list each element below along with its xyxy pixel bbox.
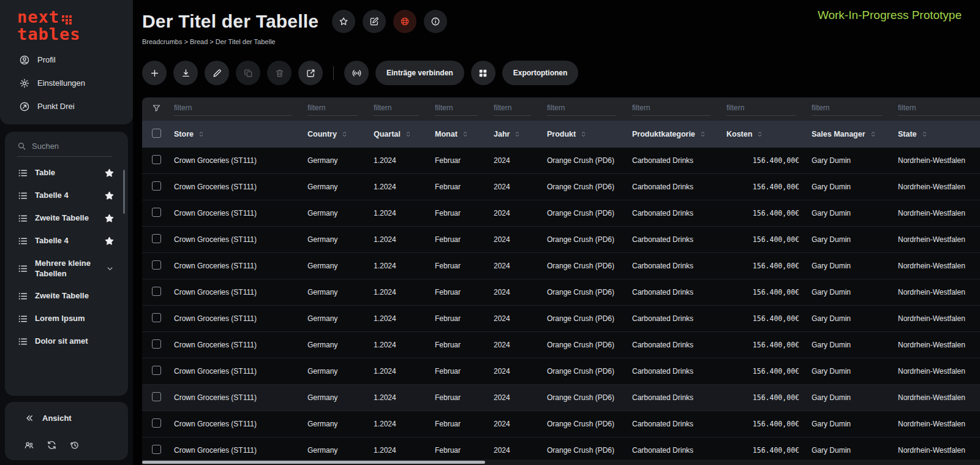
horizontal-scrollbar-thumb[interactable] [142,461,485,464]
filter-input-kosten[interactable] [726,102,796,116]
row-checkbox[interactable] [152,339,161,349]
cell-country: Germany [303,183,369,191]
sidebar-table-item[interactable]: Tabelle 4 [12,230,121,252]
app-root: next tables ProfilEinstellungenPunkt Dre… [0,0,980,465]
cell-monat: Februar [430,367,489,376]
table-row[interactable]: Crown Groceries (ST111)Germany1.2024Febr… [142,200,980,227]
filter-input-produktkategorie[interactable] [632,102,710,116]
grid-button[interactable] [471,61,496,85]
row-checkbox[interactable] [152,418,161,428]
collapse-label: Ansicht [42,414,72,423]
column-header-monat[interactable]: Monat [430,130,489,138]
cell-country: Germany [303,420,369,428]
sidebar-item-profil[interactable]: Profil [0,48,133,72]
edit-square-button[interactable] [363,10,386,33]
column-header-store[interactable]: Store [169,130,303,138]
cell-sales_manager: Gary Dumin [807,367,893,376]
row-checkbox[interactable] [152,155,161,164]
cell-state: Nordrhein-Westfalen [893,183,980,191]
table-header-row: StoreCountryQuartalMonatJahrProduktProdu… [142,121,980,148]
table-row[interactable]: Crown Groceries (ST111)Germany1.2024Febr… [142,174,980,200]
cell-quartal: 1.2024 [369,393,430,402]
row-checkbox[interactable] [152,208,161,217]
sidebar-table-item[interactable]: Dolor sit amet [12,330,121,353]
sidebar-scrollbar-thumb[interactable] [123,170,125,214]
edit-square-icon [369,17,379,26]
merge-entries-button[interactable]: Einträge verbinden [375,61,464,85]
filter-input-sales_manager[interactable] [812,102,882,116]
row-checkbox-cell [142,155,169,166]
star-button[interactable] [332,10,355,33]
row-checkbox[interactable] [152,260,161,270]
column-header-sales_manager[interactable]: Sales Manager [807,130,893,138]
cell-store: Crown Groceries (ST111) [169,393,303,402]
trash-button[interactable] [267,61,292,85]
external-link-button[interactable] [298,61,323,85]
download-button[interactable] [173,61,198,85]
collapse-sidebar-button[interactable]: Ansicht [24,413,119,423]
globe-button[interactable] [393,10,417,33]
copy-button[interactable] [236,61,260,85]
sidebar-top-section: next tables ProfilEinstellungenPunkt Dre… [0,0,133,124]
sidebar-table-item[interactable]: Zweite Tabelle [12,285,121,308]
plus-button[interactable] [142,61,167,85]
filter-input-quartal[interactable] [374,102,419,116]
table-row[interactable]: Crown Groceries (ST111)Germany1.2024Febr… [142,306,980,332]
column-header-country[interactable]: Country [303,130,369,138]
table-row[interactable]: Crown Groceries (ST111)Germany1.2024Febr… [142,411,980,437]
row-checkbox[interactable] [152,234,161,243]
column-header-produktkategorie[interactable]: Produktkategorie [627,130,722,138]
cell-kosten: 156.400,00€ [722,209,807,217]
cell-quartal: 1.2024 [369,420,430,428]
table-row[interactable]: Crown Groceries (ST111)Germany1.2024Febr… [142,148,980,174]
cell-country: Germany [303,156,369,165]
sidebar-tables-list: TableTabelle 4Zweite TabelleTabelle 4Meh… [12,162,121,353]
row-checkbox[interactable] [152,392,161,401]
table-row[interactable]: Crown Groceries (ST111)Germany1.2024Febr… [142,358,980,385]
filter-input-monat[interactable] [435,102,478,116]
broadcast-button[interactable] [344,61,369,85]
cell-produktkategorie: Carbonated Drinks [627,262,722,270]
select-all-checkbox[interactable] [152,129,161,138]
sidebar-item-punkt-drei[interactable]: Punkt Drei [0,95,133,118]
table-row[interactable]: Crown Groceries (ST111)Germany1.2024Febr… [142,253,980,279]
column-header-label: State [898,130,917,138]
filter-input-store[interactable] [174,102,292,116]
info-button[interactable] [424,10,447,33]
filter-input-country[interactable] [307,102,358,116]
column-header-state[interactable]: State [893,130,980,138]
table-row[interactable]: Crown Groceries (ST111)Germany1.2024Febr… [142,227,980,253]
breadcrumb: Breadcrumbs > Bread > Der Titel der Tabe… [142,38,980,45]
sidebar-table-item[interactable]: Mehrere kleine Tabellen [12,252,121,285]
row-checkbox[interactable] [152,181,161,191]
row-checkbox[interactable] [152,313,161,322]
column-header-jahr[interactable]: Jahr [489,130,542,138]
sidebar-table-item[interactable]: Lorem Ipsum [12,308,121,330]
settings-icon [19,78,30,89]
filter-input-produkt[interactable] [547,102,616,116]
table-item-label: Table [35,168,97,178]
table-row[interactable]: Crown Groceries (ST111)Germany1.2024Febr… [142,385,980,411]
row-checkbox[interactable] [152,445,161,454]
cell-state: Nordrhein-Westfalen [893,209,980,217]
row-checkbox[interactable] [152,287,161,296]
sidebar-table-item[interactable]: Zweite Tabelle [12,207,121,230]
column-header-quartal[interactable]: Quartal [369,130,430,138]
cell-state: Nordrhein-Westfalen [893,288,980,297]
table-row[interactable]: Crown Groceries (ST111)Germany1.2024Febr… [142,332,980,358]
row-checkbox[interactable] [152,366,161,375]
column-header-produkt[interactable]: Produkt [542,130,627,138]
cell-sales_manager: Gary Dumin [807,420,893,428]
column-header-kosten[interactable]: Kosten [722,130,807,138]
sidebar-table-item[interactable]: Table [12,162,121,184]
pencil-button[interactable] [205,61,229,85]
table-row[interactable]: Crown Groceries (ST111)Germany1.2024Febr… [142,279,980,306]
filter-input-state[interactable] [898,102,980,116]
sidebar-table-item[interactable]: Tabelle 4 [12,184,121,207]
search-input[interactable] [32,142,102,151]
filter-input-jahr[interactable] [494,102,531,116]
export-options-button[interactable]: Exportoptionen [502,61,579,85]
sidebar-item-einstellungen[interactable]: Einstellungen [0,72,133,95]
cell-sales_manager: Gary Dumin [807,183,893,191]
cell-country: Germany [303,235,369,244]
